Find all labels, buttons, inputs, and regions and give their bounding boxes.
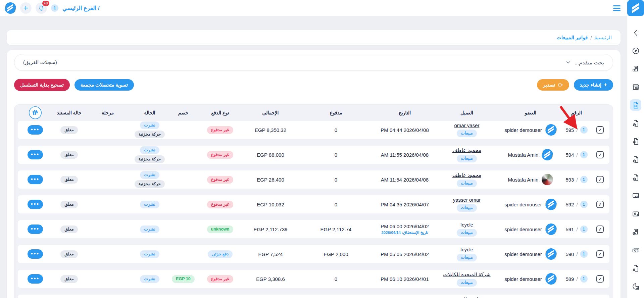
doc-state-cell: معلق [52, 220, 86, 238]
quick-add-button[interactable] [20, 2, 32, 14]
row-checkbox[interactable]: ✓ [596, 250, 604, 258]
advanced-search-toggle[interactable]: بحث متقدم... [565, 59, 604, 66]
status-badge: نشرت [140, 226, 159, 233]
plus-icon [22, 5, 29, 11]
row-actions-button[interactable]: ●●● [28, 150, 43, 159]
sequence-badge: 1 [580, 151, 588, 158]
actions-cell: ●●● [18, 170, 52, 189]
discount-cell [170, 295, 197, 298]
client-type-badge: مبيعات [457, 180, 477, 187]
create-new-button[interactable]: + إنشاء جديد [574, 79, 613, 91]
table-header: الرقم العضو العميل التاريخ مدفوع الإجمال… [18, 105, 609, 117]
header-columns-picker[interactable] [18, 106, 52, 119]
invoice-date: PM 06:00 2026/04/02 [381, 224, 429, 229]
actions-cell: ●●● [18, 121, 52, 139]
client-type-badge: مبيعات [457, 204, 477, 212]
row-actions-button[interactable]: ●●● [28, 225, 43, 234]
discount-cell [170, 170, 197, 189]
columns-picker-icon [29, 106, 42, 119]
void-invoice-icon[interactable] [630, 172, 641, 183]
status-badge: حركة مخزنية [135, 155, 165, 163]
status-badge: حركة مخزنية [135, 131, 165, 138]
date-cell: AM 11:55 2026/04/08 [375, 146, 435, 164]
sales-chart-icon[interactable] [630, 281, 641, 292]
topbar: +9 1 الفرع الرئيسي / [0, 0, 644, 16]
row-actions-button[interactable]: ●●● [28, 249, 43, 259]
total-cell: EGP 7,524 [244, 245, 297, 263]
row-checkbox[interactable]: ✓ [596, 275, 604, 283]
member-cell: spider demouser [499, 270, 562, 288]
advanced-search-label: بحث متقدم... [575, 59, 604, 66]
row-actions-button[interactable]: ●●● [28, 274, 43, 284]
client-link[interactable]: Icycle [460, 247, 473, 252]
stage-cell [86, 295, 130, 298]
sequence-badge: 1 [580, 176, 588, 183]
invoices-table: الرقم العضو العميل التاريخ مدفوع الإجمال… [14, 104, 613, 298]
paid-cell: 0 [297, 270, 375, 288]
row-checkbox[interactable]: ✓ [596, 176, 604, 183]
export-button[interactable]: تصدير [537, 79, 569, 91]
doc-state-badge: معلق [60, 176, 78, 184]
stage-cell [86, 220, 130, 238]
void-invoice-icon[interactable] [630, 154, 641, 165]
status-cell: نشرتحركة مخزنية [130, 170, 170, 189]
member-name: spider demouser [504, 127, 542, 133]
pay-type-badge: غير مدفوع [207, 275, 233, 283]
client-link[interactable]: omar yaser [454, 122, 479, 128]
member-avatar [545, 273, 557, 285]
table-row: ✓ 591/1 spider demouser Icycleمبيعات PM … [18, 220, 609, 238]
select-cell: ✓ [591, 170, 609, 189]
row-actions-button[interactable]: ●●● [28, 200, 43, 209]
customer-card-icon[interactable] [630, 208, 641, 219]
breadcrumb-home[interactable]: الرئيسية [594, 35, 612, 41]
chevron-left-icon[interactable] [630, 27, 641, 38]
invoice-add-icon[interactable] [630, 226, 641, 238]
settle-collections-button[interactable]: تسوية متحصلات مجمعة [75, 79, 134, 91]
row-checkbox[interactable]: ✓ [596, 151, 604, 158]
member-avatar [542, 174, 553, 185]
row-checkbox[interactable]: ✓ [596, 201, 604, 208]
row-checkbox[interactable]: ✓ [596, 226, 604, 233]
invoice-number-cell: 589/1 [562, 270, 591, 288]
doc-state-cell: معلق [52, 245, 86, 263]
total-cell: EGP 88,000 [244, 146, 297, 164]
total-cell: EGP 3,308.6 [244, 270, 297, 288]
table-row: ✓ 594/1 Mustafa Amin محمود عاطفمبيعات AM… [18, 146, 609, 164]
company-logo[interactable] [5, 2, 16, 14]
select-cell: ✓ [591, 270, 609, 288]
sequence-badge: 1 [580, 250, 588, 258]
delivery-doc-icon[interactable] [630, 136, 641, 147]
app-logo[interactable] [627, 0, 644, 16]
row-actions-button[interactable]: ●●● [28, 175, 43, 184]
invoice-cash-icon[interactable] [630, 63, 641, 74]
table-row: ✓ 592/1 spider demouser yasser omarمبيعا… [18, 195, 609, 213]
status-cell: نشرت [130, 195, 170, 213]
paid-cell: 0 [297, 170, 375, 189]
advanced-search[interactable]: بحث متقدم... (سجلات الفريق) [14, 54, 613, 71]
fix-sequence-button[interactable]: تصحيح بداية التسلسل [14, 79, 70, 91]
client-cell: omar yaserمبيعات [435, 121, 499, 139]
compass-icon[interactable] [630, 45, 641, 56]
total-cell: EGP 2,112.739 [244, 220, 297, 238]
client-link[interactable]: Icycle [460, 222, 473, 228]
void-invoice-icon[interactable] [630, 117, 641, 129]
client-link[interactable]: شركة المتحده للكابلات [443, 271, 490, 278]
client-doc-icon[interactable] [630, 262, 641, 274]
member-name: spider demouser [504, 202, 542, 207]
menu-icon[interactable] [613, 5, 621, 11]
table-body: ✓ 595/1 spider demouser omar yaserمبيعات… [18, 121, 609, 298]
client-link[interactable]: محمود عاطف [452, 147, 481, 153]
row-actions-button[interactable]: ●●● [28, 125, 43, 135]
client-link[interactable]: احمد السيد [455, 296, 479, 298]
client-link[interactable]: yasser omar [453, 197, 481, 203]
pos-screen-icon[interactable] [630, 190, 641, 201]
table-row: ✓ 590/1 spider demouser Icycleمبيعات PM … [18, 245, 609, 263]
header-stage: مرحلة [86, 110, 130, 115]
row-checkbox[interactable]: ✓ [596, 126, 604, 134]
sales-invoices-icon[interactable] [630, 99, 641, 111]
pos-store-icon[interactable] [630, 81, 641, 93]
notifications-button[interactable]: +9 [36, 2, 47, 14]
client-link[interactable]: محمود عاطف [452, 172, 481, 178]
cash-icon[interactable] [630, 244, 641, 256]
branch-breadcrumb[interactable]: الفرع الرئيسي / [62, 5, 100, 12]
